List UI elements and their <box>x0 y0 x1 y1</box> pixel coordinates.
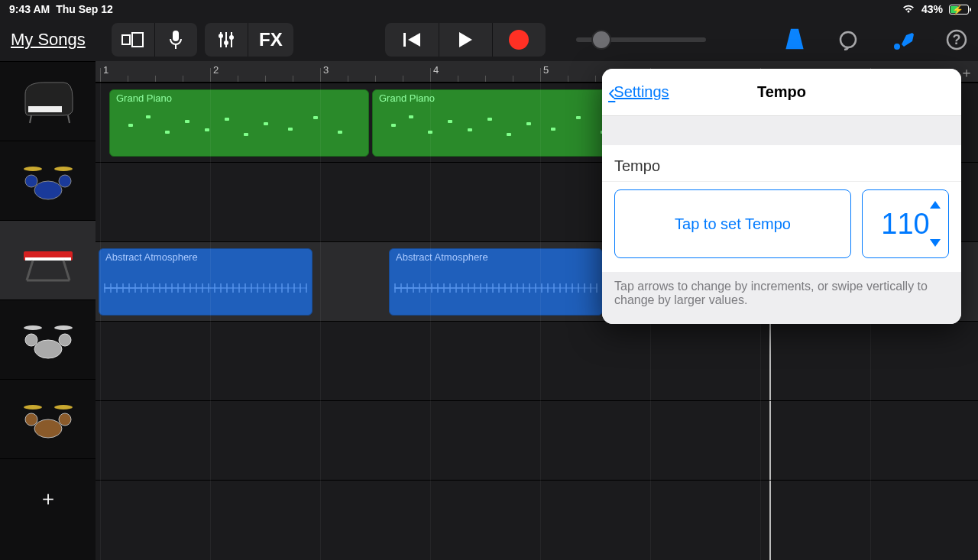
battery-pct: 43% <box>921 3 943 15</box>
view-mode-group <box>112 23 197 57</box>
drum-kit-icon <box>18 317 79 363</box>
ruler-bar-number: 3 <box>323 64 329 76</box>
status-date: Thu Sep 12 <box>56 3 113 15</box>
ruler-bar-number: 4 <box>433 64 439 76</box>
tracks-view-button[interactable] <box>112 23 154 57</box>
audio-region[interactable]: Abstract Atmosphere <box>99 248 313 316</box>
master-volume-slider[interactable] <box>576 28 706 51</box>
svg-line-28 <box>63 261 70 280</box>
tap-tempo-button[interactable]: Tap to set Tempo <box>614 189 851 258</box>
tempo-value: 110 <box>881 208 929 241</box>
svg-point-21 <box>25 175 37 187</box>
tempo-increase-arrow[interactable] <box>930 201 941 209</box>
svg-rect-1 <box>132 33 143 47</box>
metronome-button[interactable] <box>784 28 805 51</box>
tempo-decrease-arrow[interactable] <box>930 239 941 247</box>
svg-point-30 <box>34 340 62 358</box>
drum-kit-icon <box>18 158 79 204</box>
svg-point-38 <box>24 405 42 409</box>
ruler-bar-number: 5 <box>543 64 549 76</box>
track-header-drums-brown[interactable] <box>0 379 96 458</box>
svg-marker-11 <box>408 33 420 47</box>
svg-point-33 <box>24 325 42 330</box>
track-header-drums-blue[interactable] <box>0 141 96 220</box>
mixer-button[interactable] <box>205 23 248 57</box>
drum-kit-icon <box>18 397 79 442</box>
svg-point-36 <box>25 413 37 426</box>
svg-point-14 <box>840 32 856 47</box>
record-icon <box>509 30 529 50</box>
settings-button[interactable] <box>891 30 914 50</box>
ruler-bar-number: 1 <box>103 64 108 76</box>
popover-back-button[interactable]: ‹ Settings <box>608 80 669 105</box>
midi-region[interactable]: Grand Piano <box>109 89 369 157</box>
plus-icon: ＋ <box>38 485 58 512</box>
transport-controls <box>385 23 546 57</box>
svg-line-18 <box>30 115 31 123</box>
track-lane[interactable] <box>96 400 978 480</box>
fx-group: FX <box>205 23 293 57</box>
svg-point-35 <box>34 419 62 438</box>
svg-text:?: ? <box>953 32 961 47</box>
fx-button[interactable]: FX <box>248 23 293 57</box>
svg-rect-17 <box>28 106 62 112</box>
svg-rect-10 <box>403 33 406 47</box>
svg-rect-0 <box>122 35 130 44</box>
status-bar: 9:43 AM Thu Sep 12 43% ⚡ <box>0 0 978 18</box>
loop-button[interactable] <box>837 29 859 50</box>
svg-point-24 <box>54 167 73 171</box>
svg-point-23 <box>24 167 42 171</box>
svg-point-20 <box>34 181 62 199</box>
keyboard-icon <box>18 238 79 283</box>
tempo-value-stepper[interactable]: 110 <box>862 189 949 258</box>
microphone-button[interactable] <box>154 23 197 57</box>
tempo-hint: Tap arrows to change by increments, or s… <box>602 272 961 324</box>
play-button[interactable] <box>439 23 492 57</box>
wifi-icon <box>902 3 915 16</box>
go-to-start-button[interactable] <box>385 23 439 57</box>
track-header-keyboard[interactable] <box>0 220 96 299</box>
svg-point-39 <box>54 405 73 409</box>
midi-region[interactable]: Grand Piano <box>372 89 632 157</box>
add-track-button[interactable]: ＋ <box>0 458 96 538</box>
record-button[interactable] <box>492 23 546 57</box>
status-time: 9:43 AM <box>9 3 50 15</box>
svg-point-7 <box>219 34 223 38</box>
audio-region[interactable]: Abstract Atmosphere <box>389 248 603 316</box>
svg-point-8 <box>224 40 228 45</box>
svg-point-37 <box>59 413 71 426</box>
grand-piano-icon <box>18 79 79 125</box>
svg-marker-12 <box>459 32 472 47</box>
svg-point-31 <box>25 334 37 346</box>
svg-point-34 <box>54 325 73 330</box>
svg-point-32 <box>59 334 71 346</box>
track-lane[interactable] <box>96 480 978 559</box>
tempo-popover: ‹ Settings Tempo Tempo Tap to set Tempo … <box>602 69 961 324</box>
svg-line-27 <box>27 261 33 280</box>
tempo-section-label: Tempo <box>602 145 961 182</box>
track-headers: ＋ <box>0 61 96 560</box>
svg-line-19 <box>68 115 70 123</box>
extend-song-icon[interactable]: ＋ <box>960 63 973 82</box>
track-header-drums-silver[interactable] <box>0 299 96 379</box>
svg-rect-26 <box>25 257 71 261</box>
my-songs-button[interactable]: My Songs <box>11 30 86 50</box>
track-lane[interactable] <box>96 321 978 400</box>
top-toolbar: My Songs FX <box>0 18 978 61</box>
track-header-piano[interactable] <box>0 61 96 141</box>
svg-rect-2 <box>173 31 179 41</box>
svg-point-22 <box>59 175 71 187</box>
svg-point-9 <box>229 35 234 40</box>
battery-icon: ⚡ <box>949 5 969 15</box>
ruler-bar-number: 2 <box>213 64 219 76</box>
help-button[interactable]: ? <box>946 29 967 50</box>
